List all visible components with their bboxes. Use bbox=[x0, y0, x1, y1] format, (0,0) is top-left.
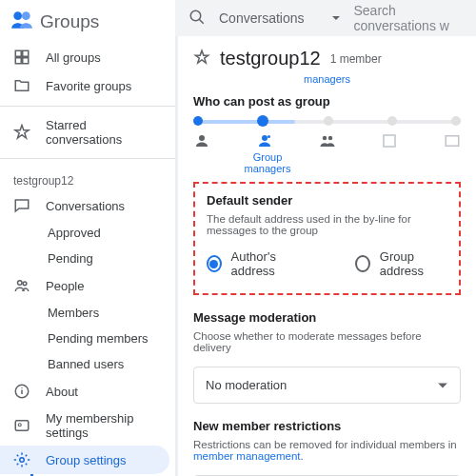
sidebar-group-settings[interactable]: Group settings bbox=[0, 446, 169, 474]
restrictions-section: New member restrictions Restrictions can… bbox=[193, 419, 461, 476]
gear-icon bbox=[13, 451, 30, 468]
svg-point-13 bbox=[327, 136, 332, 141]
sidebar-label: Starred conversations bbox=[46, 118, 162, 147]
member-count: 1 member bbox=[330, 52, 382, 66]
moderation-desc: Choose whether to moderate messages befo… bbox=[193, 330, 461, 353]
member-management-link[interactable]: member management bbox=[193, 450, 301, 462]
restrictions-title: New member restrictions bbox=[193, 419, 461, 433]
radio-icon bbox=[207, 255, 222, 272]
brand: Groups bbox=[0, 6, 175, 43]
svg-point-7 bbox=[20, 458, 25, 463]
svg-point-1 bbox=[22, 11, 30, 20]
search-placeholder: Search conversations w bbox=[354, 3, 464, 33]
member-icon bbox=[319, 132, 336, 149]
mini-caption: managers bbox=[193, 73, 461, 85]
chevron-down-icon bbox=[331, 13, 341, 23]
svg-rect-5 bbox=[15, 421, 29, 431]
sidebar-members[interactable]: Members bbox=[0, 300, 175, 326]
chevron-down-icon bbox=[437, 380, 448, 391]
default-sender-title: Default sender bbox=[207, 193, 447, 208]
manager-icon bbox=[256, 132, 273, 149]
svg-rect-14 bbox=[384, 135, 395, 147]
sidebar-favorite-groups[interactable]: Favorite groups bbox=[0, 71, 175, 100]
main: Conversations Search conversations w tes… bbox=[175, 0, 476, 476]
owner-icon bbox=[193, 132, 210, 149]
grid-icon bbox=[13, 49, 30, 66]
divider bbox=[0, 106, 175, 107]
svg-point-10 bbox=[262, 135, 268, 141]
svg-point-0 bbox=[13, 11, 22, 20]
step-label: Group managers bbox=[239, 151, 296, 174]
radio-group-address[interactable]: Group address bbox=[355, 249, 447, 278]
sidebar-label: All groups bbox=[46, 50, 101, 65]
sidebar-about[interactable]: About bbox=[0, 377, 175, 406]
folder-icon bbox=[13, 77, 30, 94]
search-icon bbox=[188, 9, 206, 29]
sidebar-approved[interactable]: Approved bbox=[0, 220, 175, 246]
search-scope[interactable]: Conversations bbox=[219, 10, 341, 26]
default-sender-section: Default sender The default address used … bbox=[193, 182, 461, 295]
sidebar-starred[interactable]: Starred conversations bbox=[0, 112, 175, 152]
content-area: testgroup12 1 member managers Who can po… bbox=[175, 36, 476, 476]
moderation-title: Message moderation bbox=[193, 310, 461, 325]
search-bar[interactable]: Conversations Search conversations w bbox=[175, 0, 476, 36]
people-icon bbox=[13, 277, 30, 294]
card-icon bbox=[13, 417, 30, 434]
who-can-post-title: Who can post as group bbox=[193, 94, 461, 109]
moderation-select[interactable]: No moderation bbox=[193, 367, 461, 404]
sidebar-label: Conversations bbox=[46, 199, 125, 213]
restrictions-desc: Restrictions can be removed for individu… bbox=[193, 439, 461, 462]
title-bar: testgroup12 1 member bbox=[193, 48, 461, 69]
step-icons bbox=[193, 132, 461, 149]
sidebar-pending[interactable]: Pending bbox=[0, 246, 175, 271]
chat-icon bbox=[13, 197, 30, 214]
svg-point-8 bbox=[190, 10, 201, 21]
svg-point-3 bbox=[23, 282, 27, 286]
sidebar-label: Group settings bbox=[46, 453, 127, 467]
svg-point-11 bbox=[268, 135, 270, 138]
svg-point-9 bbox=[199, 135, 205, 141]
moderation-section: Message moderation Choose whether to mod… bbox=[193, 310, 461, 404]
sidebar-my-membership[interactable]: My membership settings bbox=[0, 406, 175, 446]
groups-logo-icon bbox=[10, 8, 34, 35]
radio-authors-address[interactable]: Author's address bbox=[207, 249, 307, 278]
sidebar-label: Favorite groups bbox=[46, 79, 131, 93]
svg-rect-15 bbox=[446, 136, 459, 147]
sidebar-pending-members[interactable]: Pending members bbox=[0, 326, 175, 351]
info-icon bbox=[13, 383, 30, 400]
org-icon bbox=[381, 132, 398, 149]
sidebar-label: My membership settings bbox=[46, 411, 162, 440]
brand-title: Groups bbox=[40, 11, 99, 32]
radio-icon bbox=[355, 255, 370, 272]
default-sender-desc: The default address used in the by-line … bbox=[207, 213, 447, 236]
sidebar-people[interactable]: People bbox=[0, 271, 175, 300]
sidebar-label: About bbox=[46, 385, 78, 399]
sidebar: Groups All groups Favorite groups Starre… bbox=[0, 0, 175, 476]
sidebar-group-name: testgroup12 bbox=[0, 165, 175, 191]
svg-point-6 bbox=[18, 424, 21, 426]
group-title: testgroup12 bbox=[220, 48, 321, 69]
sidebar-label: People bbox=[46, 279, 84, 293]
svg-point-2 bbox=[18, 281, 23, 286]
sidebar-all-groups[interactable]: All groups bbox=[0, 43, 175, 71]
svg-point-12 bbox=[322, 136, 327, 141]
permission-stepper[interactable] bbox=[193, 116, 461, 127]
web-icon bbox=[444, 132, 461, 149]
sidebar-banned-users[interactable]: Banned users bbox=[0, 351, 175, 377]
star-outline-icon[interactable] bbox=[193, 49, 210, 69]
divider bbox=[0, 158, 175, 159]
sidebar-conversations[interactable]: Conversations bbox=[0, 191, 175, 220]
star-icon bbox=[13, 124, 30, 141]
